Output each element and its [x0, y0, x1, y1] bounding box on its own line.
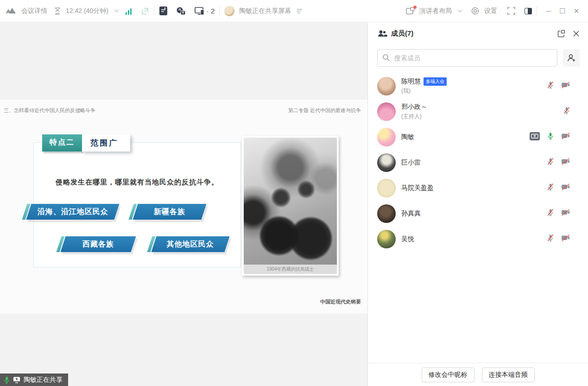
- slide-footer-text: 中国近现代史纲要: [320, 298, 361, 305]
- camera-off-icon: [561, 133, 570, 141]
- member-row[interactable]: 邢小政～(主持人): [368, 99, 588, 124]
- slide-tab-feature: 特点二: [42, 134, 82, 152]
- meeting-timer[interactable]: 12:42 (40分钟): [54, 7, 118, 15]
- presentation-slide: 三、怎样看待近代中国人民的反侵略斗争 第二专题 近代中国的磨难与抗争 特点二 范…: [0, 100, 367, 314]
- divider: [219, 6, 220, 16]
- avatar: [377, 153, 396, 172]
- search-icon: [382, 54, 390, 63]
- connect-audio-button[interactable]: 连接本端音频: [482, 367, 535, 382]
- mic-on-icon: [4, 376, 10, 384]
- member-status-icons: [563, 107, 570, 116]
- timer-text: 12:42 (40分钟): [66, 7, 108, 15]
- member-info: 陶敏: [401, 133, 530, 141]
- close-panel-icon[interactable]: [573, 30, 580, 37]
- member-row[interactable]: 马院关盈盈: [368, 175, 588, 201]
- open-external-icon[interactable]: [141, 7, 149, 15]
- mic-muted-icon: [547, 81, 554, 91]
- add-member-button[interactable]: [563, 49, 580, 67]
- change-nickname-button[interactable]: 修改会中昵称: [422, 367, 474, 382]
- notification-dot: [413, 6, 417, 9]
- screen-sharing-indicator-icon: [530, 132, 540, 142]
- avatar: [377, 77, 396, 95]
- connected-devices-icon[interactable]: · 2: [195, 6, 215, 15]
- member-name: 邢小政～: [401, 103, 427, 111]
- member-status-icons: [547, 209, 570, 218]
- avatar: [377, 204, 396, 223]
- fullscreen-icon[interactable]: [507, 7, 515, 15]
- member-name: 陈明慧: [401, 77, 421, 86]
- side-panel-toggle-icon[interactable]: [525, 8, 532, 14]
- close-button[interactable]: ✕: [569, 7, 583, 15]
- popout-panel-icon[interactable]: [557, 30, 565, 38]
- meeting-details-label: 会议详情: [21, 7, 47, 15]
- screen-share-icon: [13, 376, 20, 383]
- slide-banner: 其他地区民众: [151, 236, 229, 252]
- member-name: 孙真真: [401, 209, 421, 218]
- slide-header-right: 第二专题 近代中国的磨难与抗争: [288, 107, 361, 114]
- hourglass-icon: [54, 7, 61, 15]
- member-role: (主持人): [401, 113, 563, 120]
- member-row[interactable]: 吴悦: [368, 226, 588, 252]
- mic-on-icon: [547, 132, 554, 142]
- member-info: 巨小雷: [401, 158, 547, 167]
- chevron-down-icon: [114, 8, 119, 13]
- members-panel-header: 成员(7): [368, 22, 588, 44]
- member-info: 邢小政～(主持人): [401, 103, 563, 120]
- historic-photo-image: 1904年西藏的抗英战士: [244, 138, 337, 274]
- meeting-details[interactable]: 会议详情: [5, 7, 47, 15]
- member-info: 陈明慧多端入会(我): [401, 77, 547, 95]
- camera-off-icon: [561, 234, 570, 243]
- sharing-toast: 陶敏正在共享: [0, 373, 68, 386]
- search-members-input[interactable]: [377, 49, 557, 67]
- sharing-toast-text: 陶敏正在共享: [24, 376, 63, 384]
- member-info: 吴悦: [401, 235, 547, 243]
- members-icon: [377, 30, 387, 37]
- member-list: 陈明慧多端入会(我)邢小政～(主持人)陶敏巨小雷马院关盈盈孙真真吴悦: [368, 70, 588, 252]
- members-panel-title: 成员(7): [391, 29, 413, 38]
- member-info: 孙真真: [401, 209, 547, 218]
- member-row[interactable]: 陶敏: [368, 124, 588, 150]
- sharing-status-text: 陶敏正在共享屏幕: [239, 7, 291, 15]
- sharing-status-group[interactable]: 陶敏正在共享屏幕: [224, 6, 303, 16]
- member-status-icons: [547, 183, 570, 193]
- photo-caption: 1904年西藏的抗英战士: [244, 265, 337, 274]
- member-name: 吴悦: [401, 235, 414, 243]
- avatar: [377, 230, 396, 248]
- settings-button[interactable]: 设置: [471, 6, 497, 15]
- members-panel: 成员(7) 陈明慧多端入会(我)邢小政～(主持人)陶敏巨小雷马院关盈盈孙真真吴悦: [367, 22, 588, 386]
- divider: [537, 6, 537, 16]
- member-row[interactable]: 孙真真: [368, 201, 588, 226]
- mic-muted-icon: [547, 158, 554, 167]
- meeting-docs-icon[interactable]: [159, 6, 168, 16]
- slide-banner: 西藏各族: [60, 236, 136, 252]
- member-status-icons: [547, 158, 570, 167]
- layout-icon: [406, 7, 415, 15]
- member-role: (我): [401, 87, 547, 95]
- app-logo-icon: [5, 7, 17, 15]
- mic-muted-icon: [547, 209, 554, 218]
- sharing-menu-icon[interactable]: [296, 8, 303, 14]
- slide-photo: 1904年西藏的抗英战士: [242, 136, 339, 276]
- member-status-icons: [547, 81, 570, 91]
- member-status-icons: [530, 132, 570, 142]
- slide-banner: 沿海、沿江地区民众: [26, 204, 119, 220]
- member-info: 马院关盈盈: [401, 184, 547, 192]
- member-name: 陶敏: [401, 133, 414, 141]
- avatar: [377, 179, 396, 197]
- minimize-button[interactable]: ─: [542, 7, 556, 15]
- layout-switcher[interactable]: 演讲者布局: [406, 7, 462, 15]
- interpretation-icon[interactable]: [176, 6, 186, 16]
- network-signal-icon[interactable]: [126, 7, 132, 15]
- top-toolbar: 会议详情 12:42 (40分钟) · 2: [0, 0, 588, 22]
- member-name: 巨小雷: [401, 158, 421, 167]
- members-panel-footer: 修改会中昵称 连接本端音频: [368, 363, 588, 386]
- avatar: [377, 102, 396, 121]
- member-row[interactable]: 陈明慧多端入会(我): [368, 73, 588, 99]
- meeting-window: 会议详情 12:42 (40分钟) · 2: [0, 0, 588, 386]
- settings-label: 设置: [484, 7, 497, 15]
- member-search-row: [368, 44, 588, 70]
- maximize-button[interactable]: ☐: [556, 7, 569, 15]
- slide-banner: 新疆各族: [133, 204, 206, 220]
- mic-muted-icon: [547, 234, 554, 244]
- member-row[interactable]: 巨小雷: [368, 150, 588, 175]
